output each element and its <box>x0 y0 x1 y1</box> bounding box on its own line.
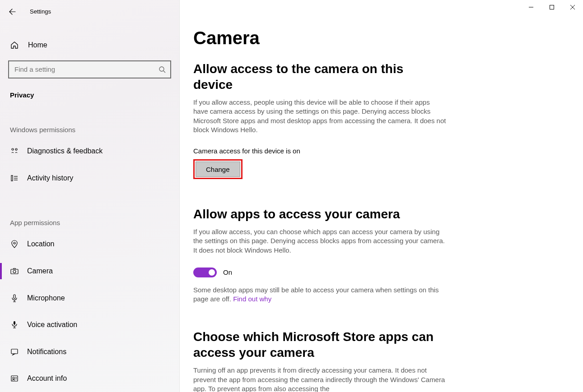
section3-heading: Choose which Microsoft Store apps can ac… <box>193 329 446 360</box>
sidebar-item-label: Account info <box>27 374 67 383</box>
sidebar-item-label: Microphone <box>27 294 65 302</box>
sidebar-home[interactable]: Home <box>0 35 179 55</box>
maximize-button[interactable] <box>541 0 562 14</box>
sidebar-category-label: Privacy <box>0 91 179 99</box>
sidebar-item-label: Location <box>27 240 55 248</box>
camera-access-status: Camera access for this device is on <box>193 147 446 155</box>
close-icon <box>570 5 575 10</box>
section2-note: Some desktop apps may still be able to a… <box>193 286 446 304</box>
sidebar-item-label: Notifications <box>27 348 66 356</box>
window-controls <box>521 0 583 14</box>
search-input[interactable] <box>14 65 159 73</box>
toggle-knob <box>209 269 215 276</box>
sidebar-group-windows: Windows permissions <box>0 126 179 134</box>
close-button[interactable] <box>562 0 583 14</box>
history-icon <box>10 174 19 183</box>
section2-note-text: Some desktop apps may still be able to a… <box>193 286 439 303</box>
toggle-label: On <box>223 268 232 276</box>
titlebar-left: Settings <box>0 5 179 19</box>
sidebar-item-microphone[interactable]: Microphone <box>0 285 179 312</box>
svg-point-0 <box>159 67 164 71</box>
sidebar-item-label: Diagnostics & feedback <box>27 147 103 155</box>
svg-rect-19 <box>550 5 554 9</box>
svg-rect-12 <box>14 321 15 325</box>
minimize-button[interactable] <box>521 0 541 14</box>
sidebar-item-account-info[interactable]: Account info <box>0 365 179 392</box>
sidebar-item-notifications[interactable]: Notifications <box>0 338 179 365</box>
microphone-icon <box>10 294 19 303</box>
notifications-icon <box>10 347 19 356</box>
window-title: Settings <box>30 8 51 15</box>
svg-point-8 <box>14 242 15 244</box>
svg-line-1 <box>163 71 165 73</box>
change-button[interactable]: Change <box>196 161 240 177</box>
main-content: Camera Allow access to the camera on thi… <box>180 0 583 392</box>
maximize-icon <box>549 5 555 10</box>
section2-heading: Allow apps to access your camera <box>193 206 446 222</box>
allow-apps-toggle[interactable] <box>193 267 217 277</box>
search-box[interactable] <box>8 60 171 78</box>
sidebar-item-location[interactable]: Location <box>0 231 179 258</box>
search-icon <box>159 66 166 73</box>
sidebar-item-label: Activity history <box>27 174 73 182</box>
voice-icon <box>10 320 19 329</box>
page-title: Camera <box>193 28 446 48</box>
svg-rect-13 <box>11 349 18 354</box>
svg-rect-4 <box>11 175 13 181</box>
sidebar: Settings Home Privacy Windows permission… <box>0 0 180 392</box>
home-icon <box>10 41 19 50</box>
svg-point-3 <box>15 148 17 150</box>
section3-desc: Turning off an app prevents it from dire… <box>193 366 446 392</box>
sidebar-item-activity-history[interactable]: Activity history <box>0 165 179 192</box>
arrow-left-icon <box>9 8 16 15</box>
sidebar-item-diagnostics[interactable]: Diagnostics & feedback <box>0 138 179 165</box>
camera-icon <box>10 267 19 276</box>
section1-heading: Allow access to the camera on this devic… <box>193 61 446 92</box>
section1-desc: If you allow access, people using this d… <box>193 98 446 134</box>
feedback-icon <box>10 147 19 156</box>
sidebar-item-label: Voice activation <box>27 321 77 329</box>
account-icon <box>10 374 19 383</box>
sidebar-group-app: App permissions <box>0 219 179 226</box>
svg-point-10 <box>13 270 16 273</box>
sidebar-item-camera[interactable]: Camera <box>0 258 179 285</box>
back-button[interactable] <box>8 8 16 16</box>
svg-point-15 <box>13 377 14 379</box>
sidebar-item-voice-activation[interactable]: Voice activation <box>0 311 179 338</box>
location-icon <box>10 240 19 249</box>
allow-apps-toggle-row: On <box>193 267 446 277</box>
change-button-highlight: Change <box>193 159 243 179</box>
find-out-why-link[interactable]: Find out why <box>233 295 271 303</box>
svg-rect-11 <box>14 295 15 299</box>
minimize-icon <box>528 5 534 10</box>
svg-point-2 <box>12 148 14 150</box>
sidebar-item-label: Camera <box>27 267 53 275</box>
section2-desc: If you allow access, you can choose whic… <box>193 227 446 255</box>
sidebar-home-label: Home <box>28 41 47 49</box>
